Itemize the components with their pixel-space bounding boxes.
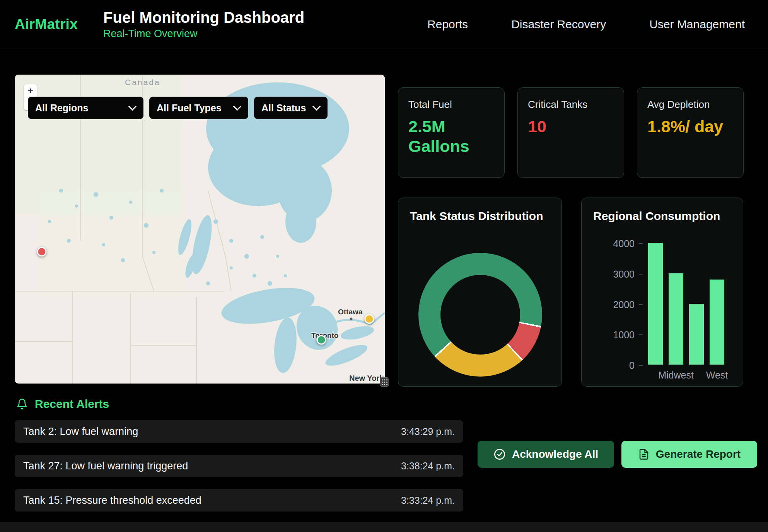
- chevron-down-icon: [128, 102, 137, 110]
- bar-1: [669, 273, 683, 365]
- stat-label: Critical Tanks: [528, 99, 614, 111]
- footer-strip: [0, 522, 768, 532]
- fuel-monitoring-dashboard: AirMatrix Fuel Monitoring Dashboard Real…: [0, 0, 768, 532]
- main-nav: ReportsDisaster RecoveryUser Management: [427, 18, 745, 31]
- donut-hole: [440, 275, 520, 355]
- document-icon: [638, 448, 650, 460]
- filter-value: All Status: [261, 102, 306, 114]
- map-marker-critical[interactable]: [37, 247, 46, 256]
- stat-card-critical-tanks: Critical Tanks 10: [517, 87, 624, 178]
- nav-item-user-management[interactable]: User Management: [649, 18, 745, 31]
- map-filters: All RegionsAll Fuel TypesAll Status: [28, 97, 328, 119]
- bar-series: [648, 243, 724, 365]
- check-circle-icon: [493, 448, 506, 460]
- tank-status-title: Tank Status Distribution: [398, 198, 561, 223]
- brand-logo[interactable]: AirMatrix: [15, 16, 78, 32]
- map-marker-normal[interactable]: [317, 335, 326, 345]
- fuel-type-filter[interactable]: All Fuel Types: [149, 97, 248, 119]
- filter-value: All Regions: [35, 102, 89, 114]
- y-tick-mark: [639, 274, 643, 275]
- bar-3: [710, 280, 724, 365]
- page-subtitle: Real-Time Overview: [103, 28, 304, 40]
- filter-value: All Fuel Types: [157, 102, 222, 114]
- map-panel[interactable]: Canada Ottawa Toronto New York + All Reg…: [15, 75, 385, 384]
- y-tick-mark: [639, 243, 643, 244]
- bar-2: [689, 304, 704, 365]
- y-tick-label: 4000: [613, 238, 635, 249]
- nav-item-reports[interactable]: Reports: [427, 18, 468, 31]
- stat-value: 10: [528, 117, 614, 136]
- y-tick-label: 0: [629, 360, 635, 371]
- acknowledge-all-label: Acknowledge All: [512, 448, 598, 460]
- title-block: Fuel Monitoring Dashboard Real-Time Over…: [103, 9, 304, 40]
- alerts-list: Tank 2: Low fuel warning3:43:29 p.m.Tank…: [15, 420, 463, 523]
- chevron-down-icon: [233, 102, 241, 110]
- page-title: Fuel Monitoring Dashboard: [103, 9, 304, 26]
- alert-row[interactable]: Tank 2: Low fuel warning3:43:29 p.m.: [15, 420, 463, 443]
- regional-consumption-card: Regional Consumption 01000200030004000 M…: [581, 198, 743, 387]
- recent-alerts-heading: Recent Alerts: [16, 397, 109, 411]
- generate-report-label: Generate Report: [656, 448, 741, 460]
- y-tick-label: 1000: [613, 329, 635, 341]
- header: AirMatrix Fuel Monitoring Dashboard Real…: [0, 0, 768, 49]
- bell-icon: [16, 398, 28, 410]
- alert-time: 3:43:29 p.m.: [401, 426, 455, 437]
- tank-status-donut: [418, 253, 542, 377]
- regional-consumption-title: Regional Consumption: [582, 198, 743, 223]
- y-tick-label: 3000: [613, 268, 635, 280]
- acknowledge-all-button[interactable]: Acknowledge All: [478, 441, 614, 468]
- nav-item-disaster-recovery[interactable]: Disaster Recovery: [511, 18, 606, 31]
- zoom-in-button[interactable]: +: [24, 84, 37, 97]
- stat-value: 2.5M Gallons: [408, 117, 494, 156]
- y-tick-label: 2000: [613, 299, 635, 310]
- alert-row[interactable]: Tank 15: Pressure threshold exceeded3:33…: [15, 489, 463, 512]
- generate-report-button[interactable]: Generate Report: [621, 441, 757, 468]
- x-tick-label: West: [694, 370, 740, 381]
- map-markers: [15, 75, 385, 384]
- stat-label: Total Fuel: [408, 99, 494, 111]
- stat-value: 1.8%/ day: [647, 117, 733, 136]
- y-tick-mark: [639, 304, 643, 305]
- y-tick-mark: [639, 365, 643, 366]
- alert-text: Tank 15: Pressure threshold exceeded: [23, 494, 201, 506]
- stat-card-total-fuel: Total Fuel 2.5M Gallons: [398, 87, 505, 178]
- alert-text: Tank 2: Low fuel warning: [23, 426, 138, 438]
- alert-row[interactable]: Tank 27: Low fuel warning triggered3:38:…: [15, 455, 463, 477]
- status-filter[interactable]: All Status: [254, 97, 328, 119]
- stat-card-avg-depletion: Avg Depletion 1.8%/ day: [637, 87, 744, 178]
- tank-status-card: Tank Status Distribution: [398, 198, 562, 387]
- alert-time: 3:38:24 p.m.: [401, 460, 455, 472]
- alert-text: Tank 27: Low fuel warning triggered: [23, 460, 188, 472]
- region-filter[interactable]: All Regions: [28, 97, 143, 119]
- chevron-down-icon: [312, 102, 321, 110]
- recent-alerts-title: Recent Alerts: [35, 397, 109, 411]
- x-tick-label: Midwest: [653, 370, 699, 381]
- stat-label: Avg Depletion: [647, 99, 733, 111]
- resize-grip-icon[interactable]: [380, 377, 389, 387]
- alert-time: 3:33:24 p.m.: [401, 495, 455, 506]
- bar-0: [648, 243, 663, 365]
- map-marker-warning[interactable]: [364, 314, 374, 324]
- y-tick-mark: [639, 334, 643, 335]
